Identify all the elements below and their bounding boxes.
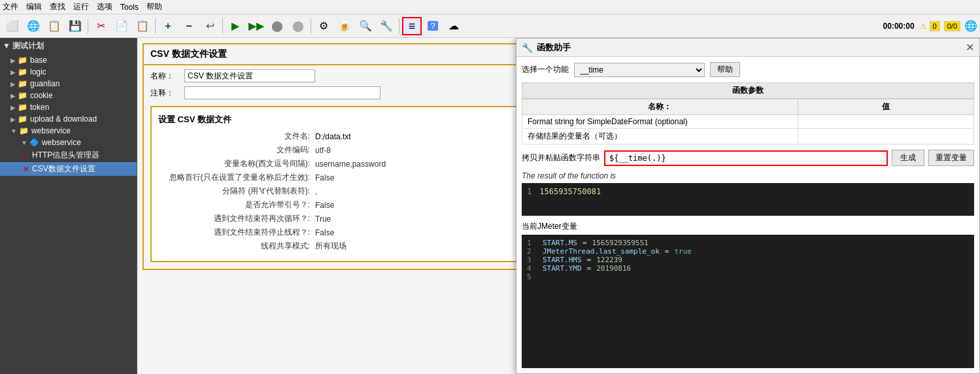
copy-button[interactable]: 📄 xyxy=(112,17,131,35)
jmeter-var-val-1: 1565929359551 xyxy=(592,239,649,247)
run-button[interactable]: ▶ xyxy=(226,17,245,35)
dialog-help-button[interactable]: 帮助 xyxy=(710,62,740,77)
func-params-title: 函数参数 xyxy=(522,82,974,99)
webservice-child-arrow: ▼ xyxy=(21,139,27,146)
help-button[interactable]: ? xyxy=(423,17,443,35)
menu-tools[interactable]: Tools xyxy=(120,3,139,12)
param-value-input-2[interactable] xyxy=(803,132,968,141)
list-button[interactable]: ≡ xyxy=(402,17,422,35)
run-all-icon: ▶▶ xyxy=(248,21,264,31)
cut-button[interactable]: ✂ xyxy=(91,17,110,35)
sidebar-item-upload-download[interactable]: ▶ 📁 upload & download xyxy=(0,113,137,125)
new-button[interactable]: ⬜ xyxy=(3,17,22,35)
open-button[interactable]: 🌐 xyxy=(24,17,43,35)
sidebar-item-token[interactable]: ▶ 📁 token xyxy=(0,101,137,113)
upload-folder-icon: 📁 xyxy=(18,114,27,124)
run-all-button[interactable]: ▶▶ xyxy=(246,17,266,35)
settings-icon: ⚙ xyxy=(319,21,328,31)
sidebar-item-cookie[interactable]: ▶ 📁 cookie xyxy=(0,90,137,101)
stopthread-value: False xyxy=(315,228,394,237)
filename-value: D:/data.txt xyxy=(315,132,394,141)
function-select[interactable]: __time xyxy=(574,63,705,77)
guanlian-folder-icon: 📁 xyxy=(18,79,27,88)
test-button[interactable]: 🍺 xyxy=(335,17,354,35)
add-button[interactable]: + xyxy=(158,17,178,35)
save-button[interactable]: 💾 xyxy=(65,17,85,35)
undo-button[interactable]: ↩ xyxy=(200,17,220,35)
save-all-button[interactable]: 📋 xyxy=(44,17,64,35)
tree-header: ▼ 测试计划 xyxy=(0,38,137,54)
stop-button[interactable]: ⬤ xyxy=(267,17,287,35)
recycle-value: True xyxy=(315,214,394,224)
sidebar-item-base[interactable]: ▶ 📁 base xyxy=(0,54,137,66)
warning-count: 0 xyxy=(930,21,940,31)
result-line-num: 1 xyxy=(527,187,532,212)
paste-button[interactable]: 📋 xyxy=(133,17,152,35)
menu-edit[interactable]: 编辑 xyxy=(26,1,42,12)
tool-icon: 🔧 xyxy=(380,21,393,31)
jmeter-var-line-1: 1 START.MS = 1565929359551 xyxy=(527,239,969,247)
plugin-button[interactable]: ☁ xyxy=(444,17,464,35)
dialog-titlebar: 🔧 函数助手 ✕ xyxy=(516,39,979,57)
param-value-2[interactable] xyxy=(798,129,973,144)
sidebar-item-guanlian[interactable]: ▶ 📁 guanlian xyxy=(0,78,137,90)
csv-config-label: CSV数据文件设置 xyxy=(32,163,95,175)
quotes-value: False xyxy=(315,201,394,210)
open-icon: 🌐 xyxy=(27,21,40,31)
tree-header-label: ▼ xyxy=(3,41,12,50)
csv-name-input[interactable] xyxy=(184,69,315,82)
sidebar-item-logic[interactable]: ▶ 📁 logic xyxy=(0,66,137,78)
csv-comment-label: 注释： xyxy=(150,88,174,99)
sep2 xyxy=(155,18,156,34)
webservice-child-folder-icon: 🔷 xyxy=(29,138,39,147)
jmeter-var-val-2: true xyxy=(674,247,692,256)
toolbar-time: 00:00:00 xyxy=(883,22,915,31)
generate-button[interactable]: 生成 xyxy=(892,150,924,166)
reset-button[interactable]: 重置变量 xyxy=(928,150,974,166)
param-name-2: 存储结果的变量名（可选） xyxy=(522,129,798,144)
search-icon: 🔍 xyxy=(359,21,372,31)
copy-input[interactable] xyxy=(604,150,888,166)
new-icon: ⬜ xyxy=(6,21,19,31)
menu-find[interactable]: 查找 xyxy=(50,1,65,12)
webservice-arrow: ▼ xyxy=(10,128,17,135)
settings-button[interactable]: ⚙ xyxy=(314,17,333,35)
param-value-1[interactable] xyxy=(798,115,973,129)
dialog-content: 选择一个功能 __time 帮助 函数参数 名称： 值 xyxy=(516,57,979,373)
stop-all-icon: ⬤ xyxy=(292,21,304,31)
network-icon[interactable]: 🌐 xyxy=(964,20,977,32)
cut-icon: ✂ xyxy=(97,21,105,31)
jmeter-var-key-4: START.YMD xyxy=(543,264,582,273)
jmeter-var-eq-2: = xyxy=(665,247,669,256)
sidebar-item-webservice[interactable]: ▼ 📁 webservice xyxy=(0,125,137,137)
stop-icon: ⬤ xyxy=(271,21,283,31)
stopthread-label: 遇到文件结束符停止线程？: xyxy=(158,227,315,238)
params-header-row: 名称： 值 xyxy=(522,99,974,115)
center-panel: CSV 数据文件设置 名称： 注释： 设置 CSV 数据文件 文件名: D:/d… xyxy=(137,38,980,374)
sidebar-item-csv-config[interactable]: ✕ CSV数据文件设置 xyxy=(0,162,137,176)
sep4 xyxy=(311,18,311,34)
csv-comment-input[interactable] xyxy=(184,86,380,99)
result-label: The result of the function is xyxy=(522,171,974,180)
token-folder-icon: 📁 xyxy=(18,103,27,112)
search-button[interactable]: 🔍 xyxy=(356,17,375,35)
sidebar-item-webservice-child[interactable]: ▼ 🔷 webservice xyxy=(0,137,137,148)
tool-button[interactable]: 🔧 xyxy=(377,17,396,35)
jmeter-var-line-5: 5 xyxy=(527,273,969,281)
sidebar-item-http-header[interactable]: ✕ HTTP信息头管理器 xyxy=(0,148,137,162)
webservice-folder-icon: 📁 xyxy=(19,126,29,135)
remove-button[interactable]: − xyxy=(179,17,199,35)
menu-run[interactable]: 运行 xyxy=(73,1,89,12)
stop-all-button[interactable]: ⬤ xyxy=(288,17,308,35)
params-col-value: 值 xyxy=(798,99,973,115)
toolbar: ⬜ 🌐 📋 💾 ✂ 📄 📋 + − ↩ ▶ ▶▶ ⬤ ⬤ ⚙ 🍺 🔍 🔧 ≡ ?… xyxy=(0,14,980,38)
params-table: 名称： 值 Format string for SimpleDateFormat… xyxy=(522,99,974,144)
menu-options[interactable]: 选项 xyxy=(97,1,112,12)
param-name-1: Format string for SimpleDateFormat (opti… xyxy=(522,115,798,129)
param-value-input-1[interactable] xyxy=(803,117,968,126)
remove-icon: − xyxy=(186,21,192,31)
menu-file[interactable]: 文件 xyxy=(3,1,18,12)
dialog-close-button[interactable]: ✕ xyxy=(966,41,974,54)
menu-help[interactable]: 帮助 xyxy=(146,1,162,12)
params-col-name: 名称： xyxy=(522,99,798,115)
